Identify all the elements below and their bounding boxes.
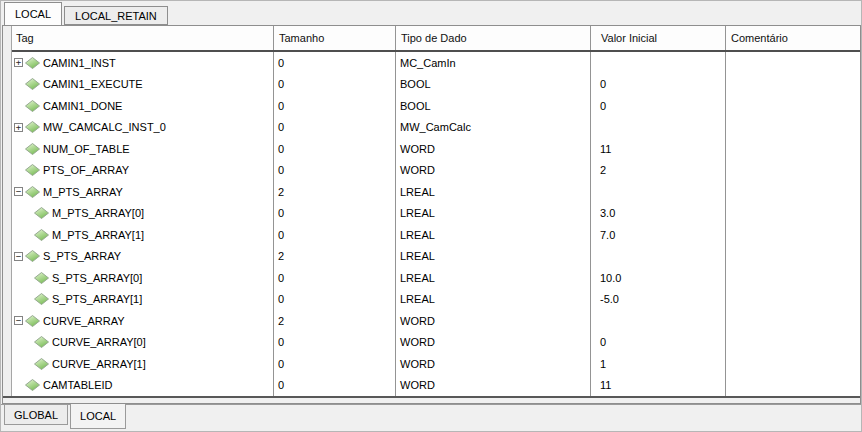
tag-cell[interactable]: − M_PTS_ARRAY [12, 181, 273, 203]
tamanho-cell[interactable]: 0 [273, 52, 395, 74]
tab-local-bottom[interactable]: LOCAL [70, 404, 126, 429]
table-body: + CAMIN1_INST 0 MC_CamIn [12, 52, 860, 396]
tab-local-retain[interactable]: LOCAL_RETAIN [64, 6, 168, 25]
comentario-cell[interactable] [725, 353, 860, 375]
tipo-cell[interactable]: WORD [395, 310, 590, 332]
comentario-cell[interactable] [725, 138, 860, 160]
tag-cell[interactable]: CAMTABLEID [12, 375, 273, 397]
tag-cell[interactable]: CURVE_ARRAY[1] [12, 353, 273, 375]
valor-cell[interactable]: 11 [590, 138, 725, 160]
expand-toggle-icon[interactable]: + [14, 123, 23, 132]
tipo-cell[interactable]: WORD [395, 353, 590, 375]
valor-cell[interactable]: 1 [590, 353, 725, 375]
tamanho-cell[interactable]: 0 [273, 203, 395, 225]
tamanho-cell[interactable]: 2 [273, 181, 395, 203]
tab-global[interactable]: GLOBAL [4, 405, 68, 425]
comentario-cell[interactable] [725, 95, 860, 117]
variable-diamond-icon [25, 143, 40, 155]
comentario-cell[interactable] [725, 181, 860, 203]
tamanho-cell[interactable]: 0 [273, 74, 395, 96]
comentario-cell[interactable] [725, 52, 860, 74]
comentario-cell[interactable] [725, 224, 860, 246]
valor-cell[interactable]: 0 [590, 74, 725, 96]
tag-cell[interactable]: S_PTS_ARRAY[1] [12, 289, 273, 311]
tag-cell[interactable]: − S_PTS_ARRAY [12, 246, 273, 268]
comentario-cell[interactable] [725, 375, 860, 397]
comentario-cell[interactable] [725, 332, 860, 354]
column-header-tipo-de-dado[interactable]: Tipo de Dado [395, 26, 590, 50]
tipo-cell[interactable]: BOOL [395, 95, 590, 117]
tipo-cell[interactable]: LREAL [395, 289, 590, 311]
column-header-tamanho[interactable]: Tamanho [273, 26, 395, 50]
valor-cell[interactable]: 0 [590, 332, 725, 354]
tamanho-cell[interactable]: 2 [273, 246, 395, 268]
tag-cell[interactable]: − CURVE_ARRAY [12, 310, 273, 332]
tamanho-cell[interactable]: 0 [273, 353, 395, 375]
comentario-cell[interactable] [725, 74, 860, 96]
tag-cell[interactable]: S_PTS_ARRAY[0] [12, 267, 273, 289]
valor-cell[interactable] [590, 52, 725, 74]
tab-local[interactable]: LOCAL [4, 2, 62, 25]
tipo-cell[interactable]: WORD [395, 160, 590, 182]
tamanho-cell[interactable]: 0 [273, 117, 395, 139]
tamanho-cell[interactable]: 0 [273, 160, 395, 182]
tipo-cell[interactable]: LREAL [395, 181, 590, 203]
valor-cell[interactable]: 11 [590, 375, 725, 397]
tamanho-cell[interactable]: 0 [273, 224, 395, 246]
tamanho-cell[interactable]: 0 [273, 138, 395, 160]
tag-cell[interactable]: CAMIN1_DONE [12, 95, 273, 117]
valor-cell[interactable]: 2 [590, 160, 725, 182]
column-header-tag[interactable]: Tag [12, 26, 273, 50]
table-row: + MW_CAMCALC_INST_0 0 MW_CamCalc [12, 117, 860, 139]
tamanho-cell[interactable]: 0 [273, 95, 395, 117]
tag-cell[interactable]: CAMIN1_EXECUTE [12, 74, 273, 96]
comentario-cell[interactable] [725, 246, 860, 268]
tag-cell[interactable]: CURVE_ARRAY[0] [12, 332, 273, 354]
valor-cell[interactable] [590, 246, 725, 268]
valor-cell[interactable]: 7.0 [590, 224, 725, 246]
comentario-cell[interactable] [725, 310, 860, 332]
tag-name: MW_CAMCALC_INST_0 [43, 121, 166, 133]
valor-cell[interactable]: 10.0 [590, 267, 725, 289]
tipo-cell[interactable]: LREAL [395, 203, 590, 225]
tipo-cell[interactable]: MW_CamCalc [395, 117, 590, 139]
tamanho-cell[interactable]: 0 [273, 267, 395, 289]
tipo-cell[interactable]: LREAL [395, 224, 590, 246]
comentario-cell[interactable] [725, 203, 860, 225]
expand-toggle-icon[interactable]: + [14, 58, 23, 67]
tamanho-cell[interactable]: 0 [273, 289, 395, 311]
valor-cell[interactable]: 3.0 [590, 203, 725, 225]
column-header-valor-inicial[interactable]: Valor Inicial [590, 26, 725, 50]
tipo-cell[interactable]: LREAL [395, 267, 590, 289]
valor-cell[interactable] [590, 310, 725, 332]
valor-cell[interactable]: 0 [590, 95, 725, 117]
tag-cell[interactable]: + MW_CAMCALC_INST_0 [12, 117, 273, 139]
row-header-gutter [3, 26, 12, 396]
tamanho-cell[interactable]: 2 [273, 310, 395, 332]
expand-toggle-icon[interactable]: − [14, 316, 23, 325]
expand-toggle-icon[interactable]: − [14, 252, 23, 261]
tag-cell[interactable]: M_PTS_ARRAY[1] [12, 224, 273, 246]
valor-cell[interactable] [590, 117, 725, 139]
tag-cell[interactable]: NUM_OF_TABLE [12, 138, 273, 160]
comentario-cell[interactable] [725, 160, 860, 182]
tipo-cell[interactable]: WORD [395, 138, 590, 160]
column-header-comentario[interactable]: Comentário [725, 26, 860, 50]
comentario-cell[interactable] [725, 289, 860, 311]
tag-cell[interactable]: M_PTS_ARRAY[0] [12, 203, 273, 225]
tamanho-cell[interactable]: 0 [273, 332, 395, 354]
valor-cell[interactable] [590, 181, 725, 203]
comentario-cell[interactable] [725, 117, 860, 139]
tipo-cell[interactable]: WORD [395, 332, 590, 354]
tag-cell[interactable]: + CAMIN1_INST [12, 52, 273, 74]
tipo-cell[interactable]: MC_CamIn [395, 52, 590, 74]
tag-cell[interactable]: PTS_OF_ARRAY [12, 160, 273, 182]
valor-cell[interactable]: -5.0 [590, 289, 725, 311]
variable-diamond-icon [25, 186, 40, 198]
tamanho-cell[interactable]: 0 [273, 375, 395, 397]
expand-toggle-icon[interactable]: − [14, 187, 23, 196]
tipo-cell[interactable]: BOOL [395, 74, 590, 96]
comentario-cell[interactable] [725, 267, 860, 289]
tipo-cell[interactable]: LREAL [395, 246, 590, 268]
tipo-cell[interactable]: WORD [395, 375, 590, 397]
